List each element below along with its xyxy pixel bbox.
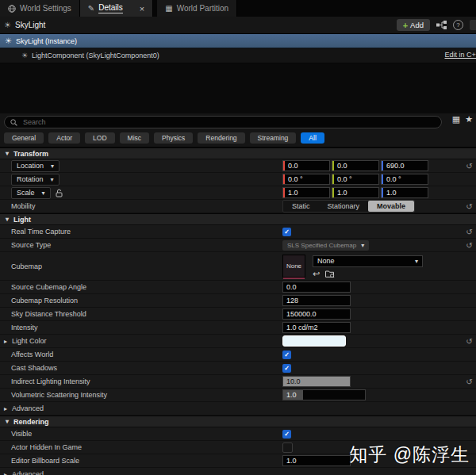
tab-label: World Partition <box>177 4 228 13</box>
filter-physics[interactable]: Physics <box>154 132 193 144</box>
mobility-stationary[interactable]: Stationary <box>319 202 369 210</box>
caret-down-icon: ▾ <box>6 418 9 425</box>
add-button[interactable]: + Add <box>397 19 430 31</box>
editor-billboard-scale-field[interactable]: 1.0 <box>282 455 351 466</box>
tab-details[interactable]: ✎ Details × <box>80 0 153 17</box>
row-light-advanced[interactable]: ▸ Advanced <box>0 402 476 416</box>
rotation-y-field[interactable]: 0.0 ° <box>332 174 379 185</box>
sky-distance-threshold-field[interactable]: 150000.0 <box>282 308 351 320</box>
plus-icon: + <box>403 21 408 30</box>
rotation-x-field[interactable]: 0.0 ° <box>282 174 330 185</box>
hierarchy-icon[interactable] <box>436 21 447 29</box>
chevron-down-icon: ▾ <box>415 258 418 265</box>
visible-checkbox[interactable]: ✓ <box>282 430 291 439</box>
grid-icon: ▦ <box>165 4 172 13</box>
row-cubemap: Cubemap None None ▾ ↩ <box>0 252 476 281</box>
favorites-star-icon[interactable]: ★ <box>465 115 473 124</box>
location-x-field[interactable]: 0.0 <box>282 160 330 171</box>
reset-icon[interactable]: ↺ <box>463 337 476 346</box>
filter-actor[interactable]: Actor <box>48 132 80 144</box>
tab-bar: World Settings ✎ Details × ▦ World Parti… <box>0 0 476 17</box>
tab-world-settings[interactable]: World Settings <box>0 0 80 17</box>
section-transform[interactable]: ▾ Transform <box>0 147 476 159</box>
chevron-down-icon: ▾ <box>51 176 54 183</box>
mobility-static[interactable]: Static <box>283 202 319 210</box>
row-affects-world: Affects World ✓ <box>0 348 476 362</box>
reset-icon[interactable]: ↺ <box>463 241 476 250</box>
caret-down-icon: ▾ <box>6 216 9 223</box>
reset-icon[interactable]: ↺ <box>463 377 476 386</box>
scale-x-field[interactable]: 1.0 <box>282 187 330 198</box>
caret-right-icon: ▸ <box>4 471 7 475</box>
skylight-icon: ☀ <box>5 36 12 45</box>
component-icon: ☀ <box>21 52 28 59</box>
volumetric-scattering-intensity-slider[interactable]: 1.0 <box>282 389 366 400</box>
filter-chip-row: General Actor LOD Misc Physics Rendering… <box>4 132 472 144</box>
row-rotation: Rotation ▾ 0.0 ° 0.0 ° 0.0 ° <box>0 173 476 186</box>
location-y-field[interactable]: 0.0 <box>332 160 379 171</box>
zhihu-watermark: 知乎 @陈浮生 <box>349 442 470 467</box>
panel-options-icon[interactable] <box>470 20 476 30</box>
scale-y-field[interactable]: 1.0 <box>332 187 379 198</box>
actor-name: SkyLight <box>15 21 45 29</box>
edit-in-cpp-link[interactable]: Edit in C++ <box>444 51 476 59</box>
tab-label: World Settings <box>20 4 71 13</box>
rotation-type-dropdown[interactable]: Rotation ▾ <box>11 174 60 186</box>
location-type-dropdown[interactable]: Location ▾ <box>11 160 60 172</box>
row-sky-distance-threshold: Sky Distance Threshold 150000.0 <box>0 308 476 321</box>
close-icon[interactable]: × <box>140 5 144 13</box>
cast-shadows-checkbox[interactable]: ✓ <box>282 364 291 373</box>
lock-open-icon[interactable] <box>56 189 63 197</box>
location-z-field[interactable]: 690.0 <box>381 160 428 171</box>
mobility-movable[interactable]: Movable <box>368 201 414 212</box>
source-cubemap-angle-field[interactable]: 0.0 <box>282 282 351 293</box>
filter-all[interactable]: All <box>301 132 324 144</box>
row-source-type: Source Type SLS Specified Cubemap ▾ ↺ <box>0 239 476 252</box>
row-location: Location ▾ 0.0 0.0 690.0 ↺ <box>0 159 476 173</box>
row-scale: Scale ▾ 1.0 1.0 1.0 <box>0 186 476 200</box>
browse-asset-icon[interactable] <box>325 270 335 278</box>
affects-world-checkbox[interactable]: ✓ <box>282 351 291 359</box>
intensity-field[interactable]: 1.0 cd/m2 <box>282 322 351 333</box>
cubemap-resolution-field[interactable]: 128 <box>282 295 351 306</box>
light-color-swatch[interactable] <box>282 335 346 347</box>
row-cast-shadows: Cast Shadows ✓ <box>0 362 476 375</box>
use-selected-asset-icon[interactable]: ↩ <box>313 270 320 278</box>
filter-rendering[interactable]: Rendering <box>198 132 244 144</box>
real-time-capture-checkbox[interactable]: ✓ <box>282 228 291 236</box>
help-icon[interactable]: ? <box>453 20 463 30</box>
search-input[interactable] <box>21 117 436 127</box>
filter-streaming[interactable]: Streaming <box>250 132 297 144</box>
row-source-cubemap-angle: Source Cubemap Angle 0.0 <box>0 281 476 294</box>
filter-general[interactable]: General <box>4 132 44 144</box>
section-light[interactable]: ▾ Light <box>0 213 476 225</box>
actor-hidden-checkbox[interactable] <box>282 442 293 453</box>
pencil-icon: ✎ <box>88 4 94 13</box>
rotation-z-field[interactable]: 0.0 ° <box>381 174 428 185</box>
tree-row-skylight-instance[interactable]: ☀ SkyLight (Instance) <box>0 34 476 48</box>
source-type-dropdown[interactable]: SLS Specified Cubemap ▾ <box>282 240 369 251</box>
caret-right-icon[interactable]: ▸ <box>4 338 7 345</box>
cubemap-dropdown[interactable]: None ▾ <box>313 255 423 267</box>
chevron-down-icon: ▾ <box>361 242 364 249</box>
scale-z-field[interactable]: 1.0 <box>381 187 428 198</box>
row-rendering-advanced[interactable]: ▸ Advanced <box>0 468 476 475</box>
row-cubemap-resolution: Cubemap Resolution 128 <box>0 294 476 308</box>
tab-world-partition[interactable]: ▦ World Partition <box>157 0 237 17</box>
caret-right-icon: ▸ <box>4 405 7 412</box>
filter-misc[interactable]: Misc <box>120 132 149 144</box>
reset-icon[interactable]: ↺ <box>463 162 476 170</box>
caret-down-icon: ▾ <box>6 150 9 157</box>
scale-type-dropdown[interactable]: Scale ▾ <box>11 187 51 199</box>
reset-icon[interactable]: ↺ <box>463 202 476 211</box>
filter-lod[interactable]: LOD <box>85 132 114 144</box>
search-bar[interactable] <box>4 116 442 128</box>
cubemap-thumbnail[interactable]: None <box>282 255 305 278</box>
indirect-lighting-intensity-slider[interactable]: 10.0 <box>282 376 351 387</box>
display-filter-icon[interactable]: ▦ <box>452 115 460 124</box>
section-rendering[interactable]: ▾ Rendering <box>0 416 476 427</box>
empty-area <box>0 63 476 113</box>
reset-icon[interactable]: ↺ <box>463 228 476 236</box>
tree-row-light-component[interactable]: ☀ LightComponent (SkyLightComponent0) Ed… <box>0 48 476 63</box>
row-real-time-capture: Real Time Capture ✓ ↺ <box>0 225 476 239</box>
